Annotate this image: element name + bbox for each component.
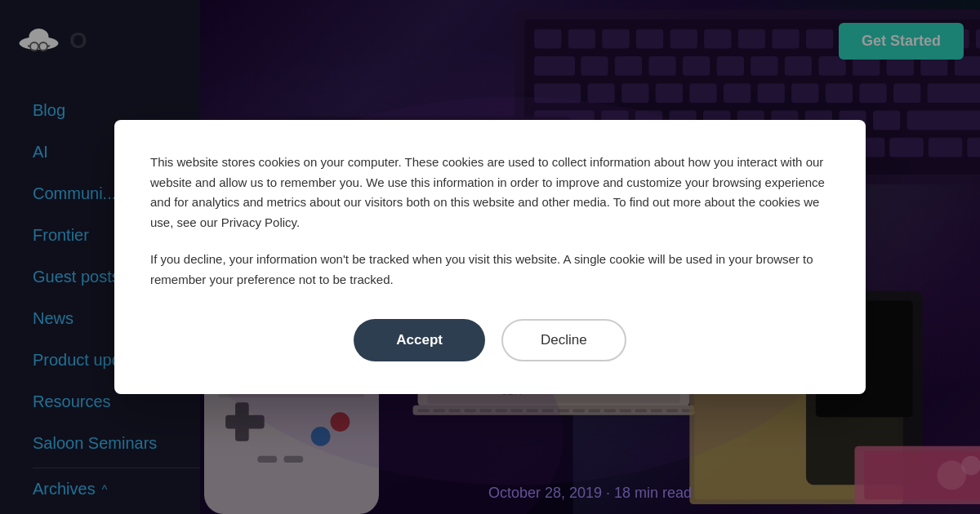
modal-overlay: This website stores cookies on your comp…	[0, 0, 980, 514]
cookie-modal: This website stores cookies on your comp…	[114, 120, 866, 395]
accept-button[interactable]: Accept	[354, 319, 485, 361]
decline-button[interactable]: Decline	[501, 319, 626, 361]
cookie-text-1: This website stores cookies on your comp…	[150, 153, 830, 233]
cookie-text-2: If you decline, your information won't b…	[150, 250, 830, 290]
modal-buttons: Accept Decline	[150, 319, 830, 361]
